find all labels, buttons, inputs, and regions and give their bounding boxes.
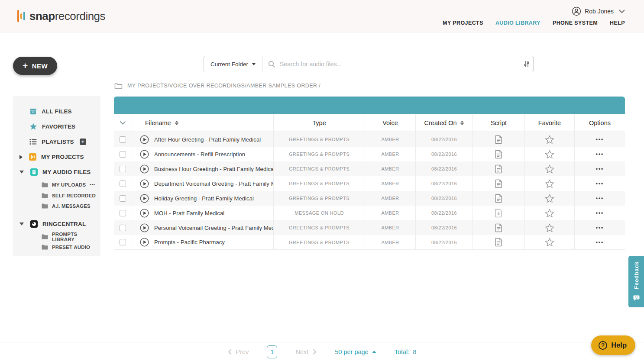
logo-text: snaprecordings — [29, 10, 105, 23]
row-checkbox[interactable] — [120, 180, 126, 187]
row-checkbox[interactable] — [120, 136, 126, 143]
total-count: Total: 8 — [395, 348, 417, 355]
favorite-star-icon[interactable] — [545, 179, 554, 188]
per-page-dropdown[interactable]: 50 per page — [335, 348, 376, 355]
row-filename[interactable]: MOH - Pratt Family Medical — [154, 210, 224, 216]
favorite-star-icon[interactable] — [545, 135, 554, 144]
page-number[interactable]: 1 — [267, 345, 277, 358]
main-nav: MY PROJECTS AUDIO LIBRARY PHONE SYSTEM H… — [443, 20, 625, 26]
sidebar-item-my-audio-files[interactable]: MY AUDIO FILES — [13, 164, 100, 180]
column-header-script[interactable]: Script — [473, 114, 525, 132]
sidebar-item-my-projects[interactable]: MY PROJECTS — [13, 149, 100, 164]
table-row: Personal Voicemail Greeting - Pratt Fami… — [114, 220, 625, 235]
row-options-icon[interactable]: ••• — [596, 210, 604, 216]
row-options-icon[interactable]: ••• — [596, 180, 604, 187]
sidebar-item-ai-messages[interactable]: A.I. MESSAGES — [13, 201, 100, 212]
column-header-type[interactable]: Type — [274, 114, 365, 132]
new-button[interactable]: + NEW — [13, 57, 57, 75]
script-document-icon[interactable] — [495, 150, 502, 159]
sidebar-item-favorites[interactable]: FAVORITES — [13, 119, 100, 134]
sidebar-item-label: MY AUDIO FILES — [42, 169, 91, 175]
script-document-icon[interactable] — [495, 179, 502, 188]
row-options-icon[interactable]: ••• — [596, 225, 604, 231]
row-options-icon[interactable]: ••• — [596, 195, 604, 201]
sidebar-item-ringcentral[interactable]: RINGCENTRAL — [13, 216, 100, 232]
select-all-dropdown[interactable] — [114, 114, 132, 132]
script-download-icon[interactable] — [495, 209, 502, 218]
row-filename[interactable]: Personal Voicemail Greeting - Pratt Fami… — [154, 225, 273, 231]
prev-page-button[interactable]: Prev — [228, 348, 249, 355]
caret-down-icon[interactable] — [19, 171, 24, 174]
user-menu[interactable]: Rob Jones — [572, 6, 625, 16]
play-icon[interactable] — [140, 179, 149, 188]
search-input[interactable] — [280, 56, 520, 72]
row-filename[interactable]: Holiday Greeting - Pratt Family Medical — [154, 195, 254, 202]
column-header-filename[interactable]: Filename — [132, 114, 274, 132]
play-icon[interactable] — [140, 209, 149, 218]
script-document-icon[interactable] — [495, 164, 502, 174]
row-filename[interactable]: Business Hour Greetingh - Pratt Family M… — [154, 166, 273, 172]
favorite-star-icon[interactable] — [545, 164, 554, 174]
table-row: Department Voicemail Greeting - Pratt Fa… — [114, 176, 625, 191]
feedback-tab[interactable]: Feedback — [628, 256, 644, 307]
row-filename[interactable]: Announcements - Refill Prescription — [154, 151, 245, 158]
play-icon[interactable] — [140, 164, 149, 174]
row-options-icon[interactable]: ••• — [596, 239, 604, 245]
sidebar-item-all-files[interactable]: ALL FILES — [13, 104, 100, 119]
row-checkbox[interactable] — [120, 195, 126, 202]
chevron-down-icon — [252, 63, 256, 65]
play-icon[interactable] — [140, 150, 149, 159]
script-document-icon[interactable] — [495, 238, 502, 247]
row-checkbox[interactable] — [120, 210, 126, 216]
column-header-created-on[interactable]: Created On — [416, 114, 473, 132]
snaprecordings-logo[interactable]: snaprecordings — [17, 10, 105, 23]
row-checkbox[interactable] — [120, 151, 126, 158]
row-options-icon[interactable]: ••• — [596, 151, 604, 157]
sidebar-item-self-recorded[interactable]: SELF RECORDED — [13, 190, 100, 201]
add-playlist-button[interactable]: + — [80, 139, 86, 145]
row-options-icon[interactable]: ••• — [596, 166, 604, 172]
sidebar-item-prompts-library[interactable]: PROMPTS LIBRARY — [13, 232, 100, 242]
column-header-voice[interactable]: Voice — [365, 114, 416, 132]
sidebar-item-my-uploads[interactable]: MY UPLOADS ••• — [13, 180, 100, 190]
play-icon[interactable] — [140, 223, 149, 232]
column-header-favorite[interactable]: Favorite — [525, 114, 575, 132]
nav-audio-library[interactable]: AUDIO LIBRARY — [495, 20, 540, 26]
next-page-button[interactable]: Next — [295, 348, 317, 355]
help-button[interactable]: ? Help — [591, 335, 635, 355]
top-bar: snaprecordings Rob Jones MY PROJECTS AUD… — [0, 0, 644, 32]
favorite-star-icon[interactable] — [545, 194, 554, 203]
nav-phone-system[interactable]: PHONE SYSTEM — [553, 20, 598, 26]
favorite-star-icon[interactable] — [545, 150, 554, 159]
sidebar-item-playlists[interactable]: PLAYLISTS + — [13, 134, 100, 149]
row-options-icon[interactable]: ••• — [596, 136, 604, 142]
script-document-icon[interactable] — [495, 135, 502, 144]
audio-files-table: Filename Type Voice Created On Script Fa… — [114, 97, 625, 250]
breadcrumb-path[interactable]: MY PROJECTS/VOICE OVER RECORDINGS/AMBER … — [127, 83, 320, 89]
play-icon[interactable] — [140, 135, 149, 144]
row-checkbox[interactable] — [120, 166, 126, 172]
caret-right-icon[interactable] — [19, 155, 23, 159]
script-document-icon[interactable] — [495, 223, 502, 232]
favorite-star-icon[interactable] — [545, 223, 554, 232]
nav-help[interactable]: HELP — [610, 20, 625, 26]
column-header-options[interactable]: Options — [575, 114, 625, 132]
row-voice: AMBER — [365, 191, 416, 206]
row-filename[interactable]: Prompts - Pacific Pharmacy — [154, 239, 225, 245]
favorite-star-icon[interactable] — [545, 238, 554, 247]
table-header: Filename Type Voice Created On Script Fa… — [114, 114, 625, 132]
sidebar-item-preset-audio[interactable]: PRESET AUDIO — [13, 242, 100, 253]
caret-down-icon[interactable] — [19, 222, 24, 226]
more-options-icon[interactable]: ••• — [90, 183, 95, 187]
row-filename[interactable]: Department Voicemail Greeting - Pratt Fa… — [154, 180, 273, 187]
row-filename[interactable]: After Hour Greeting - Pratt Family Medic… — [154, 136, 261, 143]
favorite-star-icon[interactable] — [545, 209, 554, 218]
nav-my-projects[interactable]: MY PROJECTS — [443, 20, 483, 26]
row-checkbox[interactable] — [120, 225, 126, 231]
script-document-icon[interactable] — [495, 194, 502, 203]
row-checkbox[interactable] — [120, 239, 126, 245]
filter-button[interactable] — [520, 56, 533, 72]
search-scope-dropdown[interactable]: Current Folder — [204, 56, 262, 72]
play-icon[interactable] — [140, 194, 149, 203]
play-icon[interactable] — [140, 238, 149, 247]
